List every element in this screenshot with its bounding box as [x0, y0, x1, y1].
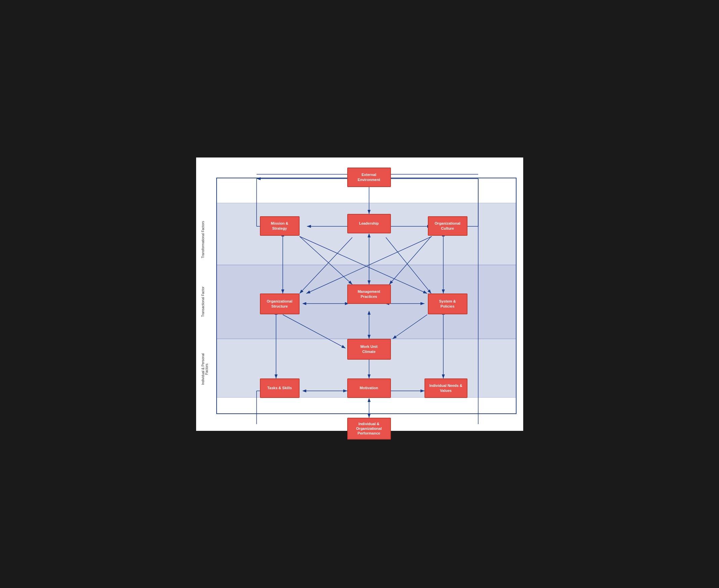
box-work-unit: Work UnitClimate [347, 339, 391, 360]
label-individual: Individual & Personal Factors [201, 347, 209, 391]
box-performance: Individual &OrganizationalPerformance [347, 418, 391, 440]
box-mission: Mission &Strategy [260, 216, 300, 236]
box-org-culture: OrganizationalCulture [428, 216, 467, 236]
box-management: ManagementPractices [347, 285, 391, 304]
box-individual-needs: Individual Needs &Values [424, 378, 467, 398]
main-canvas: Transformational Factors Transactional F… [195, 156, 524, 432]
label-transformational: Transformational Factors [201, 215, 205, 265]
box-org-structure: OrganizationalStructure [260, 294, 300, 314]
label-transactional: Transactional Factor [201, 275, 205, 329]
box-tasks: Tasks & Skills [260, 378, 300, 398]
box-motivation: Motivation [347, 378, 391, 398]
box-external: ExternalEnvironment [347, 168, 391, 187]
box-leadership: Leadership [347, 214, 391, 233]
box-systems: System &Policies [428, 294, 467, 314]
diagram-area: Transformational Factors Transactional F… [216, 164, 516, 424]
